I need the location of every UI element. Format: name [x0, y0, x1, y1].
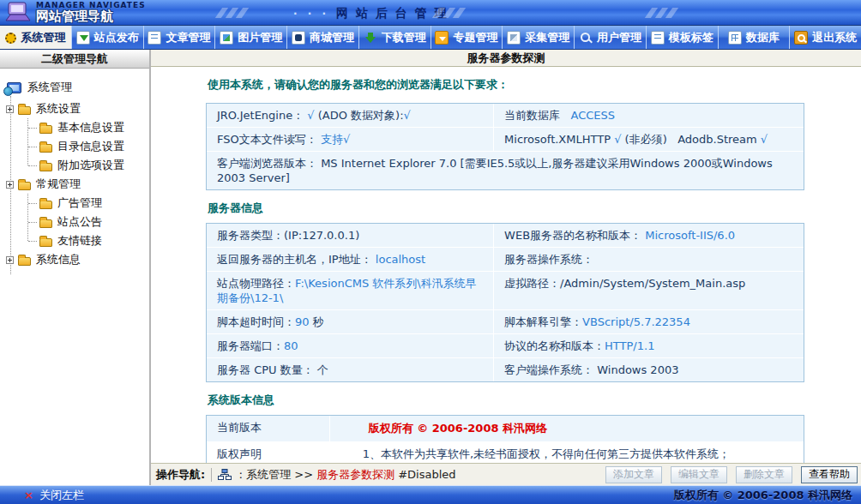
delete-article-button[interactable]: 删除文章: [736, 466, 792, 483]
topic-icon: [435, 31, 449, 45]
action-nav-label: 操作导航:: [156, 467, 205, 483]
divider: [211, 468, 212, 482]
tab-topic-manage[interactable]: 专题管理: [431, 26, 503, 49]
table-row: JRO.JetEngine： √ (ADO 数据对象):√ 当前数据库 ACCE…: [207, 104, 804, 128]
current-version-label: 当前版本: [207, 416, 329, 441]
hostname-value: localhost: [376, 253, 425, 266]
page-title: 服务器参数探测: [151, 50, 861, 67]
server-info-table: 服务器类型：(IP:127.0.0.1) WEB服务器的名称和版本： Micro…: [206, 223, 804, 382]
breadcrumb-flag: #Disabled: [398, 468, 455, 481]
mall-icon: [292, 31, 305, 45]
decor-slashes: [219, 8, 245, 18]
collect-icon: [507, 31, 521, 45]
sidebar: 二级管理导航 系统管理 系统设置 基本信息设置 目录信息设置: [0, 50, 151, 485]
folder-icon: [18, 106, 31, 115]
image-icon: [220, 31, 233, 45]
tree-item-extra-options[interactable]: 附加选项设置: [0, 156, 149, 175]
app-logo: MANAGER NAVIGATES 网站管理导航: [0, 2, 146, 24]
banner-title: · · · 网 站 后 台 管 理: [293, 6, 448, 21]
edit-article-button[interactable]: 编辑文章: [671, 466, 727, 483]
tree-item-ad-manage[interactable]: 广告管理: [0, 194, 149, 213]
table-row: 版权声明 1、本软件为共享软件,未经书面授权，不得向任何第三方提供本软件系统； …: [207, 442, 804, 463]
expand-plus-icon[interactable]: [6, 181, 14, 189]
folder-icon: [39, 163, 52, 171]
tab-user-manage[interactable]: 用户管理: [575, 26, 647, 49]
add-article-button[interactable]: 添加文章: [605, 466, 662, 483]
footer: × 关闭左栏 版权所有 © 2006-2008 科汛网络: [0, 485, 861, 504]
table-row: 返回服务器的主机名，IP地址： localhost 服务器操作系统：: [207, 248, 804, 272]
tree-item-site-notice[interactable]: 站点公告: [0, 213, 149, 231]
sidebar-title: 二级管理导航: [0, 50, 149, 69]
breadcrumb-current: 服务器参数探测: [316, 467, 394, 483]
table-row: 服务器类型：(IP:127.0.0.1) WEB服务器的名称和版本： Micro…: [207, 224, 804, 248]
tree-root-system-manage[interactable]: 系统管理: [0, 75, 149, 99]
tab-article-manage[interactable]: 文章管理: [144, 26, 216, 49]
section-title-server-info: 服务器信息: [208, 201, 861, 216]
tree-branch-general-manage[interactable]: 常规管理: [0, 175, 149, 194]
table-row: 脚本超时时间：90 秒 脚本解释引擎：VBScript/5.7.22354: [207, 310, 804, 334]
expand-plus-icon[interactable]: [6, 105, 14, 113]
section-title-version-info: 系统版本信息: [208, 393, 861, 408]
tree-item-friend-links[interactable]: 友情链接: [0, 231, 149, 250]
table-row: FSO文本文件读写： 支持√ Microsoft.XMLHTTP √ (非必须)…: [207, 128, 804, 152]
copyright-statement-text: 1、本软件为共享软件,未经书面授权，不得向任何第三方提供本软件系统； 2、用户自…: [329, 442, 804, 463]
tree-item-basic-info[interactable]: 基本信息设置: [0, 118, 149, 137]
close-x-icon: ×: [24, 489, 33, 501]
table-row: 站点物理路径：F:\KesionCMS 软件系列\科汛系统早期备份\12-1\ …: [207, 272, 804, 310]
article-icon: [148, 31, 161, 45]
folder-icon: [39, 125, 52, 134]
tab-collect-manage[interactable]: 采集管理: [503, 26, 575, 49]
expand-plus-icon[interactable]: [6, 256, 14, 264]
main-nav: 系统管理 站点发布 文章管理 图片管理 商城管理 下载管理 专题管理 采集管理 …: [0, 26, 861, 50]
folder-icon: [39, 238, 52, 247]
tree-item-directory-info[interactable]: 目录信息设置: [0, 137, 149, 156]
tab-system-manage[interactable]: 系统管理: [0, 26, 72, 49]
logout-key-icon: [794, 31, 808, 45]
decor-slashes: [436, 8, 462, 18]
tab-site-publish[interactable]: 站点发布: [72, 26, 144, 49]
intro-text: 使用本系统，请确认您的服务器和您的浏览器满足以下要求：: [208, 77, 861, 93]
table-row: 当前版本 版权所有 © 2006-2008 科汛网络: [207, 416, 804, 442]
copyright-value: 版权所有 © 2006-2008 科汛网络: [329, 416, 804, 441]
logo-subtitle: 网站管理导航: [36, 10, 146, 23]
content-area: 使用本系统，请确认您的服务器和您的浏览器满足以下要求： JRO.JetEngin…: [151, 67, 861, 463]
tab-download-manage[interactable]: 下载管理: [359, 26, 431, 49]
tree-branch-system-info[interactable]: 系统信息: [0, 250, 149, 269]
view-help-button[interactable]: 查看帮助: [801, 466, 858, 483]
check-mark: √: [307, 109, 314, 122]
footer-copyright: 版权所有 © 2006-2008 科汛网络: [674, 488, 852, 503]
current-database-value: ACCESS: [570, 109, 615, 122]
gear-icon: [5, 33, 16, 44]
main-panel: 服务器参数探测 使用本系统，请确认您的服务器和您的浏览器满足以下要求： JRO.…: [151, 50, 861, 485]
web-server-value: Microsoft-IIS/6.0: [645, 229, 735, 242]
check-mark: √: [614, 133, 621, 146]
action-bar: 操作导航: ：系统管理 >> 服务器参数探测 #Disabled 添加文章 编辑…: [151, 463, 861, 485]
computer-icon: [7, 82, 21, 93]
tree-branch-system-settings[interactable]: 系统设置: [0, 99, 149, 118]
folder-icon: [18, 257, 31, 266]
folder-icon: [39, 219, 52, 228]
sitemap-icon: [218, 469, 232, 480]
close-left-panel-button[interactable]: × 关闭左栏: [24, 488, 84, 503]
sidebar-tree: 系统管理 系统设置 基本信息设置 目录信息设置 附加选项设置: [0, 69, 149, 485]
tab-image-manage[interactable]: 图片管理: [215, 26, 287, 49]
copyright-statement-label: 版权声明: [207, 442, 329, 463]
folder-icon: [39, 201, 52, 209]
tab-database[interactable]: 数据库: [719, 26, 791, 49]
table-row: 客户端浏览器版本： MS Internet Explorer 7.0 [需要IE…: [207, 152, 804, 189]
download-icon: [364, 31, 377, 45]
user-search-icon: [579, 31, 593, 45]
table-row: 服务器端口：80 协议的名称和版本：HTTP/1.1: [207, 334, 804, 358]
breadcrumb: ：系统管理 >> 服务器参数探测 #Disabled: [218, 467, 597, 483]
tab-mall-manage[interactable]: 商城管理: [287, 26, 359, 49]
folder-icon: [18, 182, 31, 190]
tab-template-tags[interactable]: 模板标签: [647, 26, 719, 49]
version-table: 当前版本 版权所有 © 2006-2008 科汛网络 版权声明 1、本软件为共享…: [206, 415, 804, 463]
requirements-table: JRO.JetEngine： √ (ADO 数据对象):√ 当前数据库 ACCE…: [206, 103, 804, 190]
logo-laptop-icon: [3, 2, 33, 24]
decor-slashes: [648, 8, 675, 18]
publish-icon: [76, 31, 90, 45]
tab-logout[interactable]: 退出系统: [790, 26, 861, 49]
breadcrumb-parent: ：系统管理 >>: [235, 467, 313, 483]
check-mark: √: [404, 109, 411, 122]
